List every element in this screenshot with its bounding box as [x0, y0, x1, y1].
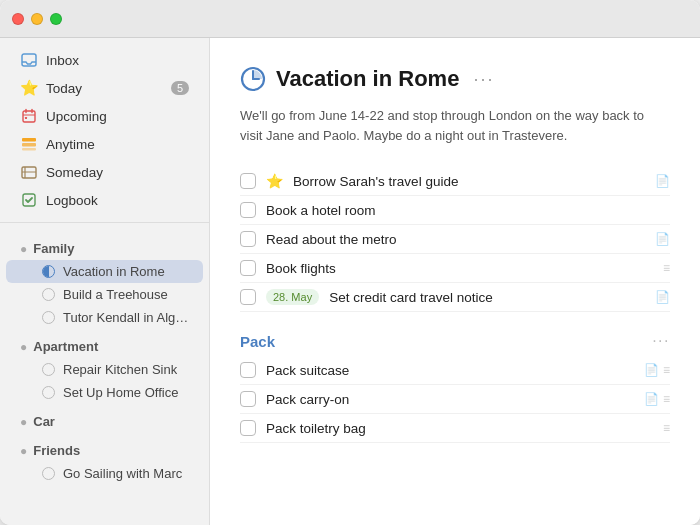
task-label-t1: Borrow Sarah's travel guide: [293, 174, 458, 189]
task-star-t1: ⭐: [266, 173, 283, 189]
pack-checkbox-p3[interactable]: [240, 420, 256, 436]
svg-rect-7: [22, 143, 36, 147]
upcoming-icon: [20, 107, 38, 125]
task-label-t3: Read about the metro: [266, 232, 397, 247]
main-section-more-pack[interactable]: ···: [652, 332, 670, 350]
sidebar-nav: Inbox ⭐ Today 5 Upcoming Anytime Someday…: [0, 46, 209, 214]
logbook-icon: [20, 191, 38, 209]
task-circle-tutor-kendall: [42, 311, 55, 324]
pack-task-icons-p3: ≡: [663, 421, 670, 435]
close-button[interactable]: [12, 13, 24, 25]
sidebar: Inbox ⭐ Today 5 Upcoming Anytime Someday…: [0, 38, 210, 525]
section-title-family: Family: [33, 241, 74, 256]
minimize-button[interactable]: [31, 13, 43, 25]
sidebar-sub-label-home-office: Set Up Home Office: [63, 385, 178, 400]
section-icon-friends: ●: [20, 444, 27, 458]
main-section-title-pack: Pack: [240, 333, 275, 350]
task-checkbox-t1[interactable]: [240, 173, 256, 189]
svg-rect-8: [22, 148, 36, 151]
pack-checkbox-p1[interactable]: [240, 362, 256, 378]
sidebar-item-today[interactable]: ⭐ Today 5: [6, 74, 203, 102]
pack-list-icon-p2: ≡: [663, 392, 670, 406]
pack-task-icons-p1: 📄≡: [644, 363, 670, 377]
pack-checkbox-p2[interactable]: [240, 391, 256, 407]
pack-task-label-p2: Pack carry-on: [266, 392, 349, 407]
task-checkbox-t4[interactable]: [240, 260, 256, 276]
task-item-t1: ⭐ Borrow Sarah's travel guide 📄: [240, 167, 670, 196]
task-item-t3: Read about the metro 📄: [240, 225, 670, 254]
project-title: Vacation in Rome: [276, 66, 459, 92]
task-note-icon-t3: 📄: [655, 232, 670, 246]
task-circle-go-sailing: [42, 467, 55, 480]
section-title-friends: Friends: [33, 443, 80, 458]
sidebar-sub-label-build-treehouse: Build a Treehouse: [63, 287, 168, 302]
section-icon-apartment: ●: [20, 340, 27, 354]
task-checkbox-t5[interactable]: [240, 289, 256, 305]
maximize-button[interactable]: [50, 13, 62, 25]
task-checkbox-t3[interactable]: [240, 231, 256, 247]
task-tag-t5: 28. May: [266, 289, 319, 305]
titlebar: [0, 0, 700, 38]
sidebar-label-anytime: Anytime: [46, 137, 95, 152]
someday-icon: [20, 163, 38, 181]
pack-task-item-p1: Pack suitcase 📄≡: [240, 356, 670, 385]
sidebar-item-tutor-kendall[interactable]: Tutor Kendall in Alge…: [6, 306, 203, 329]
sidebar-sub-label-go-sailing: Go Sailing with Marc: [63, 466, 182, 481]
sidebar-item-upcoming[interactable]: Upcoming: [6, 102, 203, 130]
task-item-t2: Book a hotel room: [240, 196, 670, 225]
sidebar-item-repair-kitchen[interactable]: Repair Kitchen Sink: [6, 358, 203, 381]
traffic-lights: [12, 13, 62, 25]
pack-list-icon-p3: ≡: [663, 421, 670, 435]
task-note-icon-t1: 📄: [655, 174, 670, 188]
main-content: Vacation in Rome ··· We'll go from June …: [210, 38, 700, 525]
pack-note-icon-p2: 📄: [644, 392, 659, 406]
task-circle-home-office: [42, 386, 55, 399]
pack-task-item-p3: Pack toiletry bag ≡: [240, 414, 670, 443]
pack-list-icon-p1: ≡: [663, 363, 670, 377]
task-icons-t1: 📄: [655, 174, 670, 188]
pack-task-label-p3: Pack toiletry bag: [266, 421, 366, 436]
task-circle-repair-kitchen: [42, 363, 55, 376]
sidebar-sections: ● Family Vacation in Rome Build a Treeho…: [0, 231, 209, 485]
sidebar-item-go-sailing[interactable]: Go Sailing with Marc: [6, 462, 203, 485]
task-icons-t3: 📄: [655, 232, 670, 246]
task-label-t2: Book a hotel room: [266, 203, 376, 218]
task-item-t5: 28. May Set credit card travel notice 📄: [240, 283, 670, 312]
task-icons-t4: ≡: [663, 261, 670, 275]
pack-note-icon-p1: 📄: [644, 363, 659, 377]
sidebar-label-logbook: Logbook: [46, 193, 98, 208]
badge-today: 5: [171, 81, 189, 95]
section-title-car: Car: [33, 414, 55, 429]
today-icon: ⭐: [20, 79, 38, 97]
svg-rect-6: [22, 138, 36, 142]
task-checkbox-t2[interactable]: [240, 202, 256, 218]
sidebar-item-vacation-in-rome[interactable]: Vacation in Rome: [6, 260, 203, 283]
sidebar-item-inbox[interactable]: Inbox: [6, 46, 203, 74]
sidebar-item-build-treehouse[interactable]: Build a Treehouse: [6, 283, 203, 306]
section-title-apartment: Apartment: [33, 339, 98, 354]
project-more-button[interactable]: ···: [473, 69, 494, 90]
project-icon: [240, 66, 266, 92]
task-label-t5: Set credit card travel notice: [329, 290, 493, 305]
svg-rect-1: [23, 111, 35, 122]
app-window: Inbox ⭐ Today 5 Upcoming Anytime Someday…: [0, 0, 700, 525]
sidebar-item-logbook[interactable]: Logbook: [6, 186, 203, 214]
pack-task-icons-p2: 📄≡: [644, 392, 670, 406]
pack-task-label-p1: Pack suitcase: [266, 363, 349, 378]
task-list-icon-t4: ≡: [663, 261, 670, 275]
sidebar-item-home-office[interactable]: Set Up Home Office: [6, 381, 203, 404]
svg-rect-5: [25, 117, 27, 119]
section-header-friends: ● Friends: [6, 433, 203, 462]
sidebar-item-anytime[interactable]: Anytime: [6, 130, 203, 158]
task-label-t4: Book flights: [266, 261, 336, 276]
sidebar-sub-label-tutor-kendall: Tutor Kendall in Alge…: [63, 310, 189, 325]
task-note-icon-t5: 📄: [655, 290, 670, 304]
content-area: Inbox ⭐ Today 5 Upcoming Anytime Someday…: [0, 38, 700, 525]
task-circle-build-treehouse: [42, 288, 55, 301]
task-circle-vacation-in-rome: [42, 265, 55, 278]
project-header: Vacation in Rome ···: [240, 66, 670, 92]
sidebar-label-someday: Someday: [46, 165, 103, 180]
main-section-header-pack: Pack ···: [240, 332, 670, 350]
sidebar-item-someday[interactable]: Someday: [6, 158, 203, 186]
main-tasks-list: ⭐ Borrow Sarah's travel guide 📄 Book a h…: [240, 167, 670, 312]
